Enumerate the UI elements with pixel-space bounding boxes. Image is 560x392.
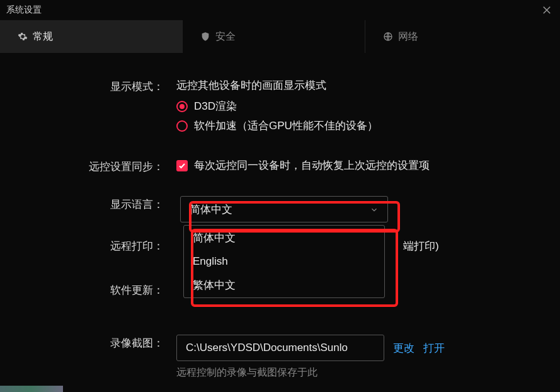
recording-path-text: C:\Users\YDSD\Documents\Sunlo xyxy=(186,342,348,354)
recording-desc: 远程控制的录像与截图保存于此 xyxy=(176,366,317,379)
language-option-zh-tw[interactable]: 繁体中文 xyxy=(184,273,384,297)
content: 显示模式： 远控其他设备时的画面显示模式 D3D渲染 软件加速（适合GPU性能不… xyxy=(0,53,560,379)
language-selected: 简体中文 xyxy=(190,202,232,217)
tab-label: 网络 xyxy=(398,30,418,43)
label-display-mode: 显示模式： xyxy=(0,78,176,96)
row-display-mode: 显示模式： 远控其他设备时的画面显示模式 D3D渲染 软件加速（适合GPU性能不… xyxy=(0,78,560,138)
recording-path-input[interactable]: C:\Users\YDSD\Documents\Sunlo xyxy=(176,335,384,361)
checkbox-label: 每次远控同一设备时，自动恢复上次远控的设置项 xyxy=(194,158,430,173)
change-button[interactable]: 更改 xyxy=(393,341,414,355)
tab-label: 常规 xyxy=(33,30,53,43)
row-recording: 录像截图： C:\Users\YDSD\Documents\Sunlo 更改 打… xyxy=(0,335,560,379)
checkbox-icon xyxy=(176,160,188,171)
shield-icon xyxy=(200,32,210,42)
radio-label: D3D渲染 xyxy=(194,99,237,113)
radio-software[interactable]: 软件加速（适合GPU性能不佳的设备） xyxy=(176,118,541,133)
display-mode-desc: 远控其他设备时的画面显示模式 xyxy=(176,78,541,93)
close-icon[interactable] xyxy=(541,4,552,16)
label-sync: 远控设置同步： xyxy=(0,158,176,176)
label-remote-print: 远程打印： xyxy=(0,238,176,255)
tab-label: 安全 xyxy=(215,30,236,43)
radio-d3d[interactable]: D3D渲染 xyxy=(176,99,541,113)
language-select[interactable]: 简体中文 xyxy=(180,196,388,222)
language-dropdown: 简体中文 English 繁体中文 xyxy=(183,225,385,298)
checkbox-sync[interactable]: 每次远控同一设备时，自动恢复上次远控的设置项 xyxy=(176,158,541,173)
titlebar: 系统设置 xyxy=(0,0,560,20)
label-language: 显示语言： xyxy=(0,196,176,214)
row-sync: 远控设置同步： 每次远控同一设备时，自动恢复上次远控的设置项 xyxy=(0,158,560,176)
row-language: 显示语言： 简体中文 简体中文 English 繁体中文 xyxy=(0,196,560,222)
tabs: 常规 安全 网络 xyxy=(0,20,560,53)
decorative-strip xyxy=(0,386,63,392)
radio-icon xyxy=(176,120,188,132)
tab-security[interactable]: 安全 xyxy=(183,20,365,53)
radio-label: 软件加速（适合GPU性能不佳的设备） xyxy=(194,118,378,133)
tab-network[interactable]: 网络 xyxy=(365,20,548,53)
tab-general[interactable]: 常规 xyxy=(0,20,183,53)
open-button[interactable]: 打开 xyxy=(423,341,445,355)
globe-icon xyxy=(383,32,393,42)
radio-icon xyxy=(176,101,188,112)
remote-print-tail: 端打印) xyxy=(403,238,439,255)
language-option-zh-cn[interactable]: 简体中文 xyxy=(184,226,384,250)
language-option-en[interactable]: English xyxy=(184,250,384,273)
label-update: 软件更新： xyxy=(0,282,176,299)
gear-icon xyxy=(18,32,28,42)
window-title: 系统设置 xyxy=(6,4,42,16)
chevron-down-icon xyxy=(370,205,379,214)
label-recording: 录像截图： xyxy=(0,335,176,352)
